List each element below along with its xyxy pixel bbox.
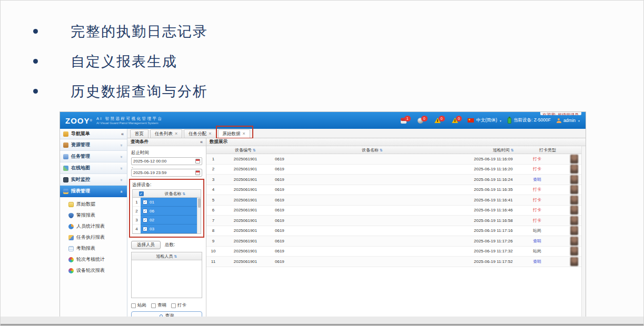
device-checkbox[interactable]	[143, 218, 147, 222]
sort-icon[interactable]	[380, 148, 383, 152]
type-filter[interactable]: 站岗	[131, 302, 146, 309]
data-row[interactable]: 2 2025061901 0619 2025-06-19 11:16:20 打卡	[206, 165, 586, 175]
sidebar-header[interactable]: 导航菜单	[60, 129, 127, 139]
notification-item[interactable]: 1	[401, 118, 411, 124]
tab-close-icon[interactable]	[209, 131, 211, 136]
capture-photo[interactable]	[570, 206, 578, 215]
capture-photo[interactable]	[570, 216, 578, 225]
device-name: 01	[150, 200, 154, 205]
user-icon	[557, 118, 561, 123]
notification-item[interactable]: 0	[434, 118, 445, 124]
capture-photo[interactable]	[570, 226, 578, 235]
device-table: 设备名称 1	[132, 189, 201, 234]
start-time-input[interactable]: 2025-06-12 00:00	[131, 157, 202, 165]
sidebar-item[interactable]: 设备轮次报表	[60, 265, 127, 276]
device-row-number: 2	[133, 207, 141, 216]
data-row[interactable]: 8 2025061901 0619 2025-06-19 11:17:16 站岗	[206, 226, 586, 237]
device-table-scrollbar[interactable]	[197, 198, 201, 233]
device-row[interactable]: 1 01	[133, 198, 201, 207]
collapse-icon[interactable]	[121, 131, 124, 137]
sidebar-item-label: 轮次考核统计	[76, 256, 105, 263]
sort-icon[interactable]	[511, 148, 514, 152]
capture-photo[interactable]	[570, 237, 578, 246]
device-row[interactable]: 3 02	[133, 216, 201, 225]
device-row[interactable]: 4 03	[133, 225, 201, 233]
device-checkbox[interactable]	[143, 209, 147, 213]
sort-icon[interactable]	[174, 254, 177, 259]
type-filter-label: 站岗	[137, 302, 146, 309]
device-checkbox[interactable]	[143, 200, 147, 205]
sidebar-item[interactable]: 任务执行报表	[60, 232, 127, 243]
header-toolbar: 1 0 0	[401, 117, 580, 124]
notification-item[interactable]: 0	[452, 118, 462, 124]
punch-type-cell: 打卡	[533, 156, 562, 162]
patrol-time-column[interactable]: 巡检时间	[474, 147, 533, 153]
device-name-column[interactable]: 设备名称	[271, 147, 474, 153]
capture-photo[interactable]	[570, 196, 578, 205]
data-row[interactable]: 7 2025061901 0619 2025-06-19 11:16:58 打卡	[206, 216, 586, 226]
collapse-icon[interactable]	[200, 139, 203, 145]
scrollbar-thumb[interactable]	[198, 198, 201, 208]
menu-icon	[63, 131, 68, 137]
sidebar-item[interactable]: 警报报表	[60, 210, 127, 221]
capture-photo[interactable]	[570, 165, 578, 174]
user-menu[interactable]: admin	[557, 118, 580, 123]
data-row[interactable]: 9 2025061901 0619 2025-06-19 11:17:26 查哨	[206, 236, 586, 247]
device-row[interactable]: 2 06	[133, 207, 201, 216]
type-filter[interactable]: 打卡	[171, 302, 186, 309]
select-person-button[interactable]: 选择人员	[131, 241, 161, 249]
sidebar-item[interactable]: 轮次考核统计	[60, 254, 127, 265]
data-row[interactable]: 10 2025061901 0619 2025-06-19 11:17:32 站…	[206, 247, 586, 257]
tab[interactable]: 首页	[130, 129, 148, 138]
sidebar-group[interactable]: 报表管理	[60, 186, 127, 197]
device-no-cell: 2025061901	[220, 218, 271, 223]
data-row[interactable]: 11 2025061901 0619 2025-06-19 11:17:52 查…	[206, 257, 586, 267]
patrol-time-cell: 2025-06-19 11:16:24	[474, 177, 533, 182]
capture-photo[interactable]	[570, 257, 578, 266]
tab[interactable]: 原始数据	[218, 129, 250, 138]
tab[interactable]: 任务列表	[150, 129, 182, 138]
checkbox-icon[interactable]	[171, 303, 176, 308]
sidebar-group[interactable]: 任务管理	[60, 151, 127, 162]
start-time-value: 2025-06-12 00:00	[133, 159, 166, 164]
sidebar-group[interactable]: 实时监控	[60, 174, 127, 186]
tab-close-icon[interactable]	[175, 131, 177, 136]
calendar-icon[interactable]	[195, 159, 200, 164]
data-row[interactable]: 6 2025061901 0619 2025-06-19 11:16:46 打卡	[206, 206, 586, 216]
tab[interactable]: 任务分配	[184, 129, 216, 138]
punch-type-cell: 打卡	[533, 218, 562, 223]
select-all-checkbox[interactable]	[139, 191, 144, 196]
checkbox-icon[interactable]	[151, 303, 156, 308]
data-row[interactable]: 4 2025061901 0619 2025-06-19 11:16:35 打卡	[206, 185, 586, 196]
data-scrollbar[interactable]	[581, 146, 586, 317]
sort-icon[interactable]	[253, 148, 256, 152]
sidebar-item[interactable]: 考勤报表	[60, 243, 127, 254]
type-filter[interactable]: 查哨	[151, 302, 166, 309]
language-selector[interactable]: 中文(简体)	[468, 117, 502, 124]
capture-photo[interactable]	[570, 175, 578, 184]
checkbox-icon[interactable]	[131, 303, 136, 308]
data-row[interactable]: 1 2025061901 0619 2025-06-19 11:16:09 打卡	[206, 154, 586, 165]
capture-photo[interactable]	[570, 247, 578, 256]
notification-item[interactable]: 0	[418, 118, 428, 124]
capture-photo[interactable]	[570, 185, 578, 194]
device-checkbox[interactable]	[143, 227, 147, 231]
data-row[interactable]: 5 2025061901 0619 2025-06-19 11:16:41 打卡	[206, 195, 586, 206]
capture-photo[interactable]	[570, 155, 578, 164]
patrol-time-cell: 2025-06-19 11:17:32	[474, 249, 533, 253]
calendar-icon[interactable]	[195, 170, 200, 175]
data-row[interactable]: 3 2025061901 0619 2025-06-19 11:16:24 查哨	[206, 175, 586, 185]
sidebar-group[interactable]: 在线地图	[60, 162, 127, 174]
patrol-time-cell: 2025-06-19 11:16:35	[474, 187, 533, 192]
bullet-text: 历史数据查询与分析	[71, 82, 208, 101]
device-no-column[interactable]: 设备编号	[220, 147, 271, 153]
tab-close-icon[interactable]	[243, 131, 245, 136]
sidebar-item[interactable]: 人员统计报表	[60, 221, 127, 232]
current-device[interactable]: 当前设备: Z-5000F	[508, 117, 551, 124]
sidebar-group[interactable]: 资源管理	[60, 139, 127, 151]
device-battery-icon	[508, 118, 511, 124]
end-time-input[interactable]: 2025-06-19 23:59	[131, 169, 202, 177]
query-panel: 查询条件 起止时间 2025-06-12 00:00 - 2025-06-	[127, 138, 206, 317]
sidebar-item[interactable]: 原始数据	[60, 199, 127, 210]
sort-icon[interactable]	[183, 191, 186, 196]
